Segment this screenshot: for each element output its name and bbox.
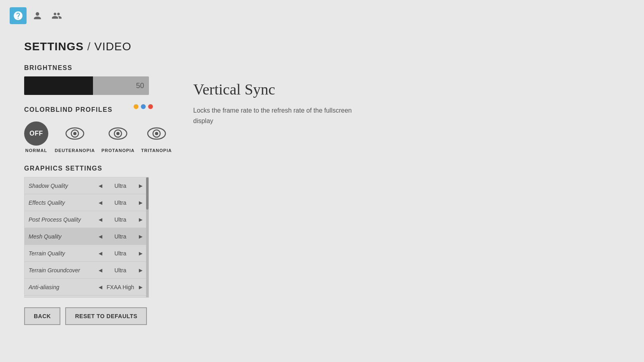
arrow-left-icon[interactable]: ◀: [96, 266, 104, 274]
scrollbar-thumb[interactable]: [146, 177, 149, 210]
graphics-row[interactable]: Effects Quality ◀ Ultra ▶: [25, 194, 149, 211]
tritanopia-icon: [144, 121, 169, 146]
graphics-label: GRAPHICS SETTINGS: [24, 165, 153, 172]
graphics-row[interactable]: Terrain Groundcover ◀ Ultra ▶: [25, 262, 149, 279]
arrow-left-icon[interactable]: ◀: [96, 232, 104, 241]
left-panel: SETTINGS / VIDEO BRIGHTNESS 50 COLORBLIN…: [24, 40, 153, 325]
info-panel: Vertical Sync Locks the frame rate to th…: [185, 72, 620, 134]
deuteranopia-icon: [63, 121, 87, 146]
graphics-row[interactable]: Terrain Quality ◀ Ultra ▶: [25, 245, 149, 262]
profile-normal[interactable]: OFF NORMAL: [24, 121, 48, 153]
brightness-fill: [24, 76, 93, 95]
profiles-row: OFF NORMAL DEUTERANOPIA: [24, 121, 153, 153]
arrow-left-icon[interactable]: ◀: [96, 199, 104, 207]
profile-protanopia[interactable]: PROTANOPIA: [101, 121, 135, 153]
svg-point-8: [155, 132, 158, 135]
graphics-row[interactable]: Anti-aliasing ◀ FXAA High ▶: [25, 279, 149, 296]
arrow-right-icon[interactable]: ▶: [136, 232, 144, 241]
colorblind-dots: [134, 104, 153, 109]
profile-tritanopia[interactable]: TRITANOPIA: [141, 121, 172, 153]
arrow-left-icon[interactable]: ◀: [96, 182, 104, 190]
arrow-right-icon[interactable]: ▶: [136, 216, 144, 224]
dot-blue: [141, 104, 146, 109]
profile-icon-btn[interactable]: [29, 7, 46, 24]
tritanopia-label: TRITANOPIA: [141, 148, 172, 153]
protanopia-icon: [106, 121, 130, 146]
arrow-left-icon[interactable]: ◀: [96, 249, 104, 257]
normal-icon: OFF: [24, 121, 48, 146]
arrow-right-icon[interactable]: ▶: [136, 266, 144, 274]
graphics-row[interactable]: Ambient Occlusion ◀ Ultra ▶: [25, 296, 149, 298]
graphics-row[interactable]: Mesh Quality ◀ Ultra ▶: [25, 228, 149, 245]
page-title: SETTINGS / VIDEO: [24, 40, 153, 53]
dot-red: [148, 104, 153, 109]
brightness-label: BRIGHTNESS: [24, 64, 153, 72]
arrow-right-icon[interactable]: ▶: [136, 199, 144, 207]
graphics-row[interactable]: Post Process Quality ◀ Ultra ▶: [25, 211, 149, 228]
bottom-buttons: BACK RESET TO DEFAULTS: [24, 307, 153, 325]
graphics-section: GRAPHICS SETTINGS Shadow Quality ◀ Ultra…: [24, 165, 153, 298]
arrow-left-icon[interactable]: ◀: [96, 216, 104, 224]
info-desc: Locks the frame rate to the refresh rate…: [193, 105, 354, 126]
top-bar: [0, 0, 644, 31]
brightness-value: 50: [136, 82, 144, 90]
graphics-row[interactable]: Shadow Quality ◀ Ultra ▶: [25, 177, 149, 194]
arrow-right-icon[interactable]: ▶: [136, 249, 144, 257]
reset-button[interactable]: RESET TO DEFAULTS: [65, 307, 147, 325]
deuteranopia-label: DEUTERANOPIA: [55, 148, 95, 153]
scrollbar-track: [146, 177, 149, 297]
brightness-section: BRIGHTNESS 50: [24, 64, 153, 95]
dot-orange: [134, 104, 138, 109]
svg-point-5: [116, 132, 120, 135]
colorblind-label: COLORBLIND PROFILES: [24, 106, 113, 113]
brightness-slider[interactable]: 50: [24, 76, 149, 95]
arrow-left-icon[interactable]: ◀: [96, 283, 104, 291]
arrow-right-icon[interactable]: ▶: [136, 182, 144, 190]
info-title: Vertical Sync: [193, 80, 612, 98]
profile-deuteranopia[interactable]: DEUTERANOPIA: [55, 121, 95, 153]
svg-point-2: [73, 132, 76, 135]
graphics-list: Shadow Quality ◀ Ultra ▶ Effects Quality…: [24, 177, 149, 298]
back-button[interactable]: BACK: [24, 307, 60, 325]
arrow-right-icon[interactable]: ▶: [136, 283, 144, 291]
normal-label: NORMAL: [25, 148, 47, 153]
colorblind-section: COLORBLIND PROFILES OFF NORMAL: [24, 106, 153, 153]
group-icon-btn[interactable]: [48, 7, 65, 24]
protanopia-label: PROTANOPIA: [101, 148, 135, 153]
help-icon-btn[interactable]: [10, 7, 27, 24]
